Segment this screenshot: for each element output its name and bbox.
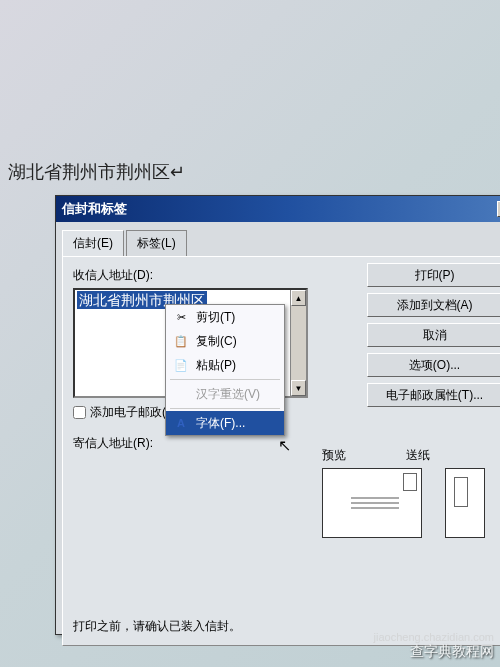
menu-cut-label: 剪切(T) xyxy=(196,309,235,326)
watermark-text: 查字典教程网 xyxy=(410,643,494,661)
feed-icon xyxy=(454,477,468,507)
desktop-screen: 湖北省荆州市荆州区↵ 信封和标签 × 信封(E) 标签(L) 收信人地址(D):… xyxy=(0,0,500,667)
postal-properties-button[interactable]: 电子邮政属性(T)... xyxy=(367,383,500,407)
feed-preview[interactable] xyxy=(445,468,485,538)
button-column: 打印(P) 添加到文档(A) 取消 选项(O)... 电子邮政属性(T)... xyxy=(367,263,500,413)
scroll-up-icon[interactable]: ▲ xyxy=(291,290,306,306)
dialog-titlebar[interactable]: 信封和标签 × xyxy=(56,196,500,222)
dialog-title: 信封和标签 xyxy=(62,200,497,218)
context-menu: ✂ 剪切(T) 📋 复制(C) 📄 粘贴(P) 汉字重选(V) A 字体(F).… xyxy=(165,304,285,436)
tab-labels[interactable]: 标签(L) xyxy=(126,230,187,256)
preview-area: 预览 送纸 xyxy=(322,447,500,541)
menu-font-label: 字体(F)... xyxy=(196,415,245,432)
preview-lines xyxy=(351,497,399,512)
menu-copy-label: 复制(C) xyxy=(196,333,237,350)
cut-icon: ✂ xyxy=(172,309,190,325)
menu-copy[interactable]: 📋 复制(C) xyxy=(166,329,284,353)
font-icon: A xyxy=(172,415,190,431)
menu-separator xyxy=(170,408,280,409)
add-to-document-button[interactable]: 添加到文档(A) xyxy=(367,293,500,317)
menu-reconvert-label: 汉字重选(V) xyxy=(196,386,260,403)
menu-paste-label: 粘贴(P) xyxy=(196,357,236,374)
menu-paste[interactable]: 📄 粘贴(P) xyxy=(166,353,284,377)
cancel-button[interactable]: 取消 xyxy=(367,323,500,347)
email-checkbox[interactable] xyxy=(73,406,86,419)
watermark-url: jiaocheng.chazidian.com xyxy=(374,631,494,643)
paste-icon: 📄 xyxy=(172,357,190,373)
menu-separator xyxy=(170,379,280,380)
tab-envelope[interactable]: 信封(E) xyxy=(62,230,124,256)
options-button[interactable]: 选项(O)... xyxy=(367,353,500,377)
print-hint: 打印之前，请确认已装入信封。 xyxy=(73,618,241,635)
copy-icon: 📋 xyxy=(172,333,190,349)
menu-font[interactable]: A 字体(F)... xyxy=(166,411,284,435)
document-area: 湖北省荆州市荆州区↵ xyxy=(0,40,500,184)
scroll-down-icon[interactable]: ▼ xyxy=(291,380,306,396)
preview-label: 预览 xyxy=(322,447,346,464)
scrollbar[interactable]: ▲ ▼ xyxy=(290,290,306,396)
reconvert-icon xyxy=(172,386,190,402)
document-text: 湖北省荆州市荆州区↵ xyxy=(8,162,185,182)
tabs: 信封(E) 标签(L) xyxy=(62,230,500,256)
stamp-icon xyxy=(403,473,417,491)
print-button[interactable]: 打印(P) xyxy=(367,263,500,287)
feed-label: 送纸 xyxy=(406,447,430,464)
menu-cut[interactable]: ✂ 剪切(T) xyxy=(166,305,284,329)
envelope-preview[interactable] xyxy=(322,468,422,538)
menu-reconvert: 汉字重选(V) xyxy=(166,382,284,406)
